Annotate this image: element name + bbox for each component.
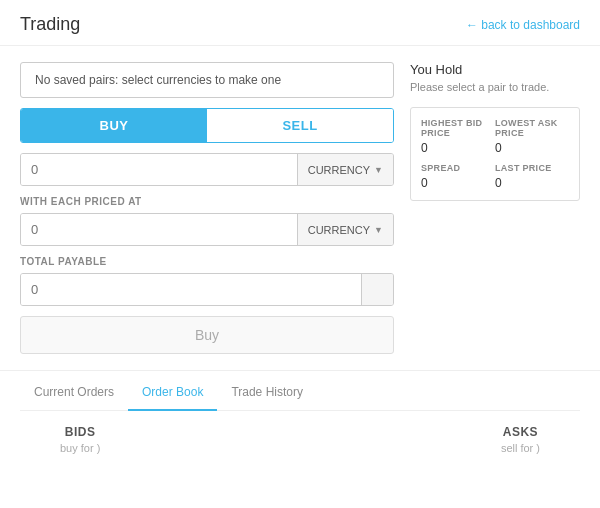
spread-value: 0 — [421, 176, 495, 190]
price-currency-dropdown[interactable]: CURRENCY ▼ — [297, 214, 393, 245]
price-currency-label: CURRENCY — [308, 224, 370, 236]
amount-currency-dropdown[interactable]: CURRENCY ▼ — [297, 154, 393, 185]
lowest-ask-label: LOWEST ASK PRICE — [495, 118, 569, 138]
spread-cell: SPREAD 0 — [421, 163, 495, 190]
price-currency-chevron-icon: ▼ — [374, 225, 383, 235]
amount-currency-label: CURRENCY — [308, 164, 370, 176]
amount-currency-chevron-icon: ▼ — [374, 165, 383, 175]
total-payable-label: TOTAL PAYABLE — [20, 256, 394, 267]
buy-button-toggle[interactable]: BUY — [21, 109, 207, 142]
highest-bid-label: HIGHEST BID PRICE — [421, 118, 495, 138]
last-price-cell: LAST PRICE 0 — [495, 163, 569, 190]
tab-order-book[interactable]: Order Book — [128, 375, 217, 411]
tab-trade-history[interactable]: Trade History — [217, 375, 317, 411]
no-pairs-notice: No saved pairs: select currencies to mak… — [20, 62, 394, 98]
priced-at-label: WITH EACH PRICED AT — [20, 196, 394, 207]
back-to-dashboard-link[interactable]: ← back to dashboard — [466, 18, 580, 32]
you-hold-desc: Please select a pair to trade. — [410, 81, 580, 93]
highest-bid-cell: HIGHEST BID PRICE 0 — [421, 118, 495, 155]
order-book-content: BIDS buy for ) ASKS sell for ) — [20, 411, 580, 468]
price-grid-row-1: HIGHEST BID PRICE 0 LOWEST ASK PRICE 0 — [421, 118, 569, 155]
bids-column: BIDS buy for ) — [60, 425, 100, 454]
highest-bid-value: 0 — [421, 141, 495, 155]
amount-input[interactable] — [21, 154, 297, 185]
price-grid-row-2: SPREAD 0 LAST PRICE 0 — [421, 163, 569, 190]
last-price-label: LAST PRICE — [495, 163, 569, 173]
amount-input-row: CURRENCY ▼ — [20, 153, 394, 186]
asks-title: ASKS — [501, 425, 540, 439]
buy-sell-toggle: BUY SELL — [20, 108, 394, 143]
tabs-row: Current Orders Order Book Trade History — [20, 371, 580, 411]
asks-sub: sell for ) — [501, 442, 540, 454]
right-panel: You Hold Please select a pair to trade. … — [410, 62, 580, 354]
main-content: No saved pairs: select currencies to mak… — [0, 46, 600, 370]
bids-title: BIDS — [60, 425, 100, 439]
total-payable-row — [20, 273, 394, 306]
price-input[interactable] — [21, 214, 297, 245]
lowest-ask-cell: LOWEST ASK PRICE 0 — [495, 118, 569, 155]
total-payable-input[interactable] — [21, 274, 361, 305]
bids-sub: buy for ) — [60, 442, 100, 454]
spread-label: SPREAD — [421, 163, 495, 173]
you-hold-title: You Hold — [410, 62, 580, 77]
lowest-ask-value: 0 — [495, 141, 569, 155]
price-input-row: CURRENCY ▼ — [20, 213, 394, 246]
last-price-value: 0 — [495, 176, 569, 190]
price-grid: HIGHEST BID PRICE 0 LOWEST ASK PRICE 0 S… — [410, 107, 580, 201]
buy-submit-button[interactable]: Buy — [20, 316, 394, 354]
total-payable-suffix — [361, 274, 393, 305]
asks-column: ASKS sell for ) — [501, 425, 540, 454]
sell-button-toggle[interactable]: SELL — [207, 109, 393, 142]
page-title: Trading — [20, 14, 80, 35]
left-panel: No saved pairs: select currencies to mak… — [20, 62, 394, 354]
bottom-section: Current Orders Order Book Trade History … — [0, 370, 600, 468]
tab-current-orders[interactable]: Current Orders — [20, 375, 128, 411]
page-header: Trading ← back to dashboard — [0, 0, 600, 46]
